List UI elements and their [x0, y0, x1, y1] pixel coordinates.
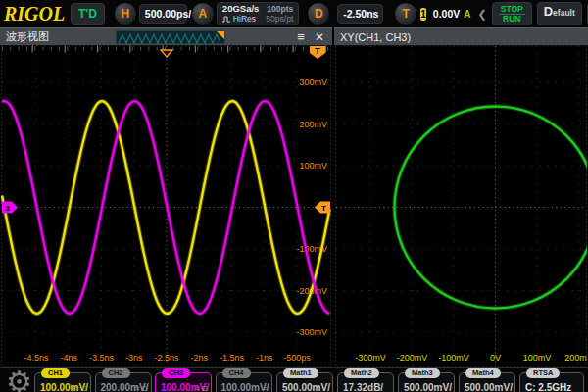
xy-plot: -300mV-200mV-100mV0V100mV200mV: [335, 45, 587, 367]
gear-icon[interactable]: ⚙: [6, 368, 32, 392]
status-box-ch4[interactable]: CH4100.00mV/=: [216, 372, 272, 392]
sample-rate: 20GSa/s: [222, 4, 260, 14]
status-box-math3[interactable]: Math3500.00mV/: [398, 372, 455, 392]
x-tick-label: -3.5ns: [89, 353, 115, 363]
status-box-rtsa[interactable]: RTSAC: 2.5GHz: [519, 372, 584, 392]
oscilloscope-screen: RIGOL T'D H 500.00ps/ A 20GSa/s HiRes 10…: [0, 0, 588, 392]
sample-resolution: 50ps/pt: [266, 14, 293, 24]
status-box-ch1[interactable]: CH1100.00mV/= Ω: [34, 372, 91, 392]
x-tick-label: -4.5ns: [24, 353, 49, 363]
trigger-knob[interactable]: T: [394, 2, 417, 25]
horizontal-offset-value[interactable]: -2.50ns: [337, 4, 383, 24]
trigger-position-marker[interactable]: [161, 50, 172, 57]
stop-label: STOP: [499, 5, 525, 15]
record-preview-strip[interactable]: [116, 30, 225, 44]
default-label-big: D: [544, 4, 553, 19]
xy-panel: XY(CH1, CH3) -300mV-200mV-100mV0V100mV20…: [334, 27, 588, 367]
memory-depth: 100pts: [266, 4, 293, 14]
square-wave-icon: [222, 16, 231, 23]
close-icon[interactable]: ✕: [315, 30, 324, 44]
acquire-knob[interactable]: A: [191, 2, 215, 25]
waveform-panel: 波形视图 ≡ ✕ -4.5ns-4ns-3.5ns-3ns-2.5ns-2ns-…: [0, 27, 332, 367]
x-tick-label: -300mV: [355, 353, 386, 363]
menu-icon[interactable]: ≡: [297, 30, 305, 43]
x-tick-label: -2.5ns: [154, 353, 179, 363]
x-tick-label: -2ns: [190, 353, 208, 363]
waveform-panel-title: 波形视图: [6, 29, 49, 44]
x-tick-label: 100mV: [523, 353, 552, 363]
coupling-impedance-icons: = Ω: [135, 384, 148, 392]
trigger-status-badge: T'D: [71, 3, 105, 24]
xy-panel-header: XY(CH1, CH3): [334, 27, 588, 45]
xy-grid: -300mV-200mV-100mV0V100mV200mV: [334, 45, 588, 367]
status-box-label: CH2: [102, 368, 130, 378]
x-tick-label: -500ps: [283, 353, 311, 363]
status-box-value: 500.00mV/: [404, 382, 452, 392]
status-box-label: RTSA: [526, 368, 560, 378]
status-box-math4[interactable]: Math4500.00mV/: [459, 372, 515, 392]
status-box-value: C: 2.5GHz: [525, 382, 571, 392]
x-tick-label: -3ns: [125, 353, 143, 363]
waveform-panel-header: 波形视图 ≡ ✕: [0, 27, 332, 45]
acq-mode: HiRes: [233, 14, 256, 24]
status-box-label: CH1: [41, 368, 70, 378]
grid-border: [336, 46, 587, 367]
y-tick-label: 100mV: [299, 161, 327, 171]
collapse-chevron-icon[interactable]: ❮: [478, 8, 487, 21]
rigol-logo: RIGOL: [4, 3, 63, 25]
status-box-value: 500.00mV/: [282, 382, 330, 392]
preview-waveform: [119, 34, 220, 43]
waveform-plot: -4.5ns-4ns-3.5ns-3ns-2.5ns-2ns-1.5ns-1ns…: [1, 45, 331, 367]
delay-knob[interactable]: D: [307, 2, 330, 25]
status-box-value: 17.32dB/: [343, 382, 383, 392]
run-label: RUN: [503, 15, 520, 24]
horizontal-knob[interactable]: H: [114, 2, 137, 25]
y-tick-label: 300mV: [299, 77, 327, 87]
default-label-small: efault: [553, 8, 575, 18]
y-tick-label: 200mV: [299, 120, 327, 129]
ch3-ground-marker-label: 3: [5, 204, 10, 213]
status-box-ch3[interactable]: CH3100.00mV/= Ω: [155, 372, 212, 392]
trigger-time-flag-label: T: [315, 46, 320, 56]
status-box-value: 500.00mV/: [465, 382, 513, 392]
status-box-label: CH3: [162, 368, 190, 378]
display-area: 波形视图 ≡ ✕ -4.5ns-4ns-3.5ns-3ns-2.5ns-2ns-…: [0, 27, 588, 367]
x-tick-label: 200mV: [564, 353, 587, 363]
status-box-value: 100.00mV/: [221, 382, 270, 392]
coupling-impedance-icons: =: [264, 384, 269, 392]
status-bar: ⚙ CH1100.00mV/= ΩCH2200.00mV/= ΩCH3100.0…: [0, 367, 588, 392]
xy-panel-title: XY(CH1, CH3): [340, 31, 411, 43]
coupling-impedance-icons: = Ω: [74, 384, 87, 392]
status-box-math2[interactable]: Math217.32dB/: [337, 372, 394, 392]
status-box-math1[interactable]: Math1500.00mV/: [276, 372, 333, 392]
status-box-label: CH4: [222, 368, 251, 378]
status-box-label: Math1: [283, 368, 318, 378]
trigger-level-marker-label: T: [321, 204, 326, 213]
trigger-level-value[interactable]: 0.00V: [433, 8, 460, 20]
acquisition-info[interactable]: 20GSa/s HiRes 100pts 50ps/pt: [217, 2, 299, 25]
default-button[interactable]: Default: [537, 2, 582, 25]
trigger-source-badge[interactable]: 1: [420, 8, 426, 21]
x-tick-label: -1ns: [256, 353, 273, 363]
toolbar: RIGOL T'D H 500.00ps/ A 20GSa/s HiRes 10…: [0, 0, 588, 27]
x-tick-label: -1.5ns: [220, 353, 245, 363]
y-tick-label: -300mV: [296, 327, 327, 337]
x-tick-label: -100mV: [438, 353, 469, 363]
x-tick-label: 0V: [490, 353, 501, 363]
trigger-coupling: A: [464, 9, 470, 20]
x-tick-label: -200mV: [397, 353, 428, 363]
status-box-label: Math3: [405, 368, 440, 378]
coupling-impedance-icons: = Ω: [195, 384, 208, 392]
stop-run-button[interactable]: STOP RUN: [492, 2, 532, 25]
x-tick-label: -4ns: [60, 353, 77, 363]
waveform-grid: -4.5ns-4ns-3.5ns-3ns-2.5ns-2ns-1.5ns-1ns…: [0, 45, 332, 367]
timebase-value[interactable]: 500.00ps/: [139, 4, 187, 24]
status-box-label: Math4: [466, 368, 501, 378]
status-box-label: Math2: [344, 368, 379, 378]
status-box-ch2[interactable]: CH2200.00mV/= Ω: [95, 372, 152, 392]
